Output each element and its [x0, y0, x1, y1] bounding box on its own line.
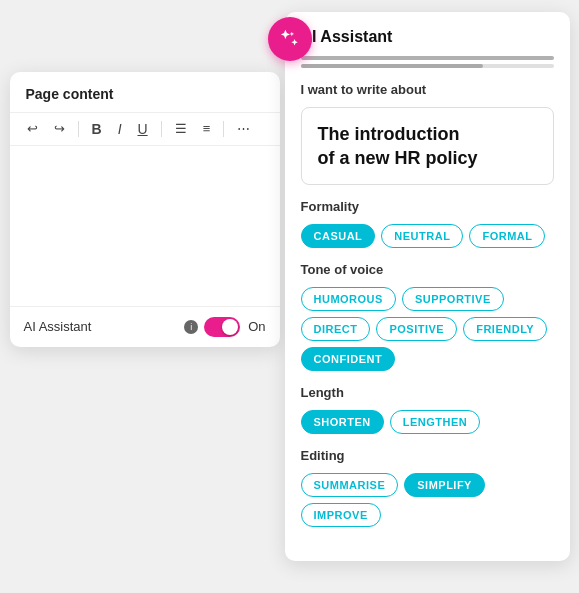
- editing-chip-group: SUMMARISESIMPLIFYIMPROVE: [301, 473, 554, 527]
- editing-label: Editing: [301, 448, 554, 463]
- toolbar-separator-2: [161, 121, 162, 137]
- topic-box[interactable]: The introduction of a new HR policy: [301, 107, 554, 186]
- tone-label: Tone of voice: [301, 262, 554, 277]
- editor-toolbar: ↩ ↪ B I U ☰ ≡ ⋯: [10, 112, 280, 146]
- formality-label: Formality: [301, 199, 554, 214]
- formality-chip-formal[interactable]: FORMAL: [469, 224, 545, 248]
- tone-chip-friendly[interactable]: FRIENDLY: [463, 317, 547, 341]
- toggle-label: On: [248, 319, 265, 334]
- toggle-thumb: [222, 319, 238, 335]
- ordered-list-button[interactable]: ≡: [198, 119, 216, 138]
- length-chip-shorten[interactable]: SHORTEN: [301, 410, 384, 434]
- unordered-list-button[interactable]: ☰: [170, 119, 192, 138]
- tone-chip-supportive[interactable]: SUPPORTIVE: [402, 287, 504, 311]
- length-label: Length: [301, 385, 554, 400]
- tone-chip-humorous[interactable]: HUMOROUS: [301, 287, 396, 311]
- topic-label: I want to write about: [301, 82, 554, 97]
- editing-chip-simplify[interactable]: SIMPLIFY: [404, 473, 485, 497]
- editor-body[interactable]: [10, 146, 280, 306]
- length-chip-group: SHORTENLENGTHEN: [301, 410, 554, 434]
- progress-bar-2: [301, 64, 554, 68]
- ai-toggle[interactable]: [204, 317, 240, 337]
- editing-chip-improve[interactable]: IMPROVE: [301, 503, 381, 527]
- length-chip-lengthen[interactable]: LENGTHEN: [390, 410, 481, 434]
- editing-section: Editing SUMMARISESIMPLIFYIMPROVE: [301, 448, 554, 527]
- toggle-track: [204, 317, 240, 337]
- magic-wand-icon: [279, 28, 301, 50]
- formality-section: Formality CASUALNEUTRALFORMAL: [301, 199, 554, 248]
- bold-button[interactable]: B: [87, 119, 107, 139]
- formality-chip-group: CASUALNEUTRALFORMAL: [301, 224, 554, 248]
- underline-button[interactable]: U: [133, 119, 153, 139]
- ai-panel: AI Assistant I want to write about The i…: [285, 12, 570, 562]
- editing-chip-summarise[interactable]: SUMMARISE: [301, 473, 399, 497]
- italic-button[interactable]: I: [113, 119, 127, 139]
- ai-panel-title: AI Assistant: [301, 28, 554, 46]
- tone-chip-positive[interactable]: POSITIVE: [376, 317, 457, 341]
- redo-button[interactable]: ↪: [49, 119, 70, 138]
- editor-title: Page content: [10, 72, 280, 112]
- progress-bar-1: [301, 56, 554, 60]
- ai-assistant-label: AI Assistant: [24, 319, 179, 334]
- tone-section: Tone of voice HUMOROUSSUPPORTIVEDIRECTPO…: [301, 262, 554, 371]
- topic-text: The introduction of a new HR policy: [318, 122, 537, 171]
- more-options-button[interactable]: ⋯: [232, 119, 255, 138]
- progress-bar-2-inner: [301, 64, 483, 68]
- progress-bars: [301, 56, 554, 68]
- undo-button[interactable]: ↩: [22, 119, 43, 138]
- formality-chip-neutral[interactable]: NEUTRAL: [381, 224, 463, 248]
- length-section: Length SHORTENLENGTHEN: [301, 385, 554, 434]
- toolbar-separator-3: [223, 121, 224, 137]
- tone-chip-direct[interactable]: DIRECT: [301, 317, 371, 341]
- formality-chip-casual[interactable]: CASUAL: [301, 224, 376, 248]
- info-icon[interactable]: i: [184, 320, 198, 334]
- tone-chip-confident[interactable]: CONFIDENT: [301, 347, 396, 371]
- editor-panel: Page content ↩ ↪ B I U ☰ ≡: [10, 72, 280, 347]
- ai-magic-button[interactable]: [268, 17, 312, 61]
- ai-assistant-bar: AI Assistant i On: [10, 306, 280, 347]
- tone-chip-group: HUMOROUSSUPPORTIVEDIRECTPOSITIVEFRIENDLY…: [301, 287, 554, 371]
- toolbar-separator-1: [78, 121, 79, 137]
